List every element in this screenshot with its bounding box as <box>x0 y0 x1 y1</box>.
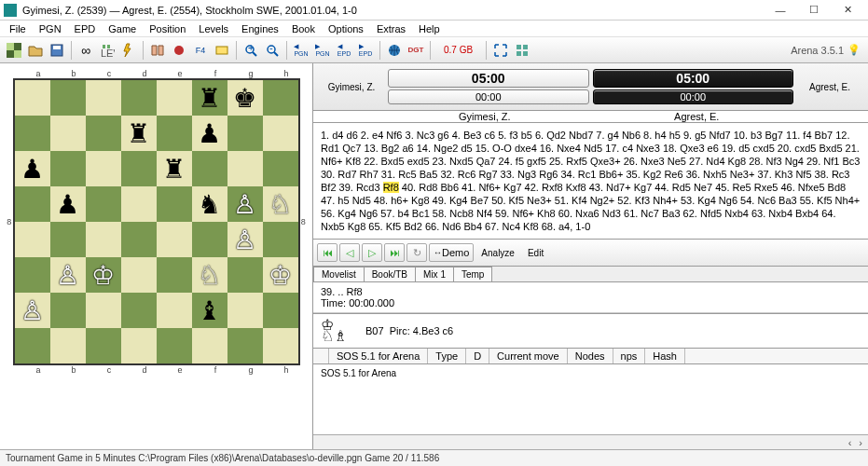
square-c3[interactable]: ♔ <box>86 257 121 293</box>
square-d8[interactable] <box>121 80 157 116</box>
epd-left-icon[interactable]: ◀EPD <box>334 40 354 61</box>
square-b4[interactable] <box>50 222 86 257</box>
menu-extras[interactable]: Extras <box>371 21 411 36</box>
engine-col-depth[interactable]: D <box>466 349 489 363</box>
square-h6[interactable] <box>263 151 298 186</box>
square-b5[interactable]: ♟ <box>50 186 86 222</box>
record-icon[interactable] <box>169 40 189 61</box>
current-move-highlight[interactable]: Rf8 <box>383 182 399 193</box>
square-e4[interactable] <box>157 222 192 257</box>
zoom-in-icon[interactable]: + <box>241 40 261 61</box>
square-e8[interactable] <box>157 80 192 116</box>
nav-prev-icon[interactable]: ◁ <box>339 243 360 262</box>
pgn-left-icon[interactable]: ◀PGN <box>291 40 311 61</box>
nav-first-icon[interactable]: ⏮ <box>317 243 338 262</box>
engine-col-type[interactable]: Type <box>428 349 466 363</box>
zoom-out-icon[interactable]: - <box>262 40 282 61</box>
tab-temp[interactable]: Temp <box>453 267 492 281</box>
square-h4[interactable] <box>263 222 298 257</box>
tab-mix1[interactable]: Mix 1 <box>415 267 454 281</box>
edit-button[interactable]: Edit <box>522 248 549 258</box>
analyze-button[interactable]: Analyze <box>475 248 520 258</box>
demo-button[interactable]: ↔Demo <box>429 243 474 262</box>
square-f6[interactable] <box>192 151 227 186</box>
square-a6[interactable]: ♟ <box>15 151 50 186</box>
square-b2[interactable] <box>50 293 86 328</box>
menu-pgn[interactable]: PGN <box>34 21 67 36</box>
menu-options[interactable]: Options <box>323 21 369 36</box>
engine-dialog-icon[interactable]: F4 <box>190 40 211 61</box>
square-a1[interactable] <box>15 328 50 363</box>
square-h5[interactable]: ♘ <box>263 186 298 222</box>
menu-help[interactable]: Help <box>413 21 446 36</box>
square-d4[interactable] <box>121 222 157 257</box>
square-b6[interactable] <box>50 151 86 186</box>
square-h2[interactable] <box>263 293 298 328</box>
scroll-strip[interactable]: ‹› <box>313 434 868 449</box>
square-e3[interactable] <box>157 257 192 293</box>
square-g4[interactable]: ♙ <box>227 222 263 257</box>
square-e1[interactable] <box>157 328 192 363</box>
square-f2[interactable]: ♝ <box>192 293 227 328</box>
square-d3[interactable] <box>121 257 157 293</box>
square-g6[interactable] <box>227 151 263 186</box>
engine-settings-icon[interactable] <box>212 40 232 61</box>
engine-col-nodes[interactable]: Nodes <box>568 349 613 363</box>
nav-next-icon[interactable]: ▷ <box>362 243 382 262</box>
layout-icon[interactable] <box>512 40 532 61</box>
square-d6[interactable] <box>121 151 157 186</box>
square-c7[interactable] <box>86 116 121 151</box>
tab-book[interactable]: Book/TB <box>364 267 416 281</box>
square-h7[interactable] <box>263 116 298 151</box>
square-e2[interactable] <box>157 293 192 328</box>
square-h3[interactable]: ♔ <box>263 257 298 293</box>
square-g2[interactable] <box>227 293 263 328</box>
square-d1[interactable] <box>121 328 157 363</box>
blitz-icon[interactable] <box>118 40 139 61</box>
notation-pane[interactable]: 1. d4 d6 2. e4 Nf6 3. Nc3 g6 4. Be3 c6 5… <box>313 122 868 240</box>
menu-file[interactable]: File <box>4 21 32 36</box>
square-h1[interactable] <box>263 328 298 363</box>
fullscreen-icon[interactable] <box>490 40 511 61</box>
square-f8[interactable]: ♜ <box>192 80 227 116</box>
engine-col-current[interactable]: Current move <box>489 349 568 363</box>
square-h8[interactable] <box>263 80 298 116</box>
square-d2[interactable] <box>121 293 157 328</box>
menu-epd[interactable]: EPD <box>69 21 102 36</box>
menu-position[interactable]: Position <box>144 21 191 36</box>
square-a5[interactable] <box>15 186 50 222</box>
square-d7[interactable]: ♜ <box>121 116 157 151</box>
open-icon[interactable] <box>25 40 46 61</box>
engine-col-hash[interactable]: Hash <box>645 349 685 363</box>
tab-movelist[interactable]: Movelist <box>313 267 365 281</box>
square-a2[interactable]: ♙ <box>15 293 50 328</box>
square-g5[interactable]: ♙ <box>227 186 263 222</box>
square-e7[interactable] <box>157 116 192 151</box>
square-c8[interactable] <box>86 80 121 116</box>
book-icon[interactable] <box>147 40 168 61</box>
square-e6[interactable]: ♜ <box>157 151 192 186</box>
square-c1[interactable] <box>86 328 121 363</box>
chess-board[interactable]: ♜♚♜♟♟♜♟♞♙♘♙♙♔♘♔♙♝ <box>13 78 300 365</box>
square-d5[interactable] <box>121 186 157 222</box>
square-c4[interactable] <box>86 222 121 257</box>
square-c2[interactable] <box>86 293 121 328</box>
square-a8[interactable] <box>15 80 50 116</box>
square-f7[interactable]: ♟ <box>192 116 227 151</box>
engine-col-nps[interactable]: nps <box>613 349 646 363</box>
levels-icon[interactable]: LEV <box>97 40 117 61</box>
square-c5[interactable] <box>86 186 121 222</box>
save-icon[interactable] <box>47 40 67 61</box>
engine-tab[interactable]: SOS 5.1 for Arena <box>329 349 428 363</box>
square-g8[interactable]: ♚ <box>227 80 263 116</box>
square-a3[interactable] <box>15 257 50 293</box>
nav-last-icon[interactable]: ⏭ <box>384 243 405 262</box>
square-b8[interactable] <box>50 80 86 116</box>
square-a7[interactable] <box>15 116 50 151</box>
close-button[interactable]: ✕ <box>831 1 864 20</box>
square-a4[interactable] <box>15 222 50 257</box>
globe-icon[interactable] <box>384 40 405 61</box>
square-g7[interactable] <box>227 116 263 151</box>
board-style-icon[interactable] <box>4 40 24 61</box>
epd-right-icon[interactable]: ▶EPD <box>355 40 376 61</box>
